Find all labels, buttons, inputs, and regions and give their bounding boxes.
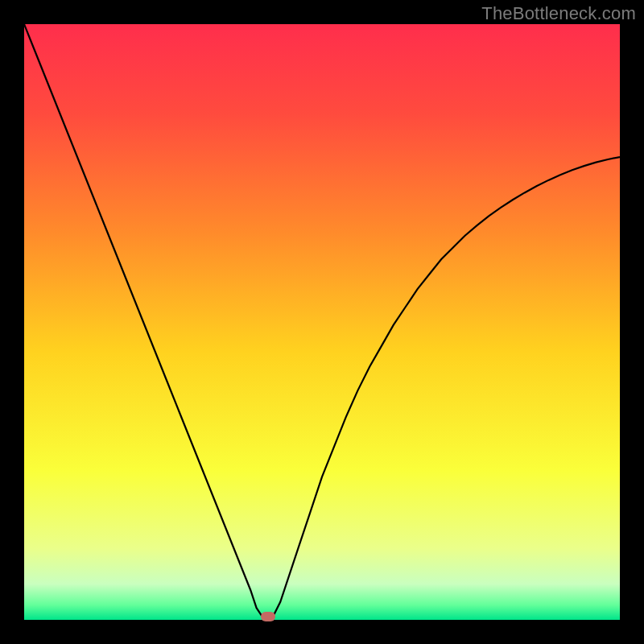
plot-area (24, 24, 620, 620)
watermark-text: TheBottleneck.com (481, 3, 636, 24)
chart-frame: TheBottleneck.com (0, 0, 644, 644)
optimal-point-marker (261, 612, 275, 621)
chart-svg (24, 24, 620, 620)
chart-background (24, 24, 620, 620)
